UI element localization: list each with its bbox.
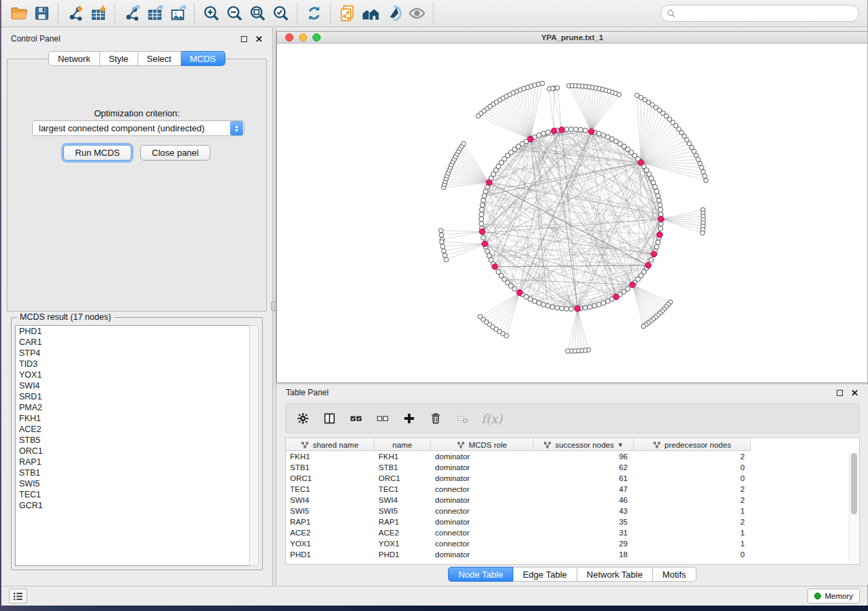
network-node[interactable]	[550, 305, 555, 310]
run-mcds-button[interactable]: Run MCDS	[63, 145, 131, 161]
network-node[interactable]	[704, 178, 709, 183]
mcds-result-list[interactable]: PHD1CAR1STP4TID3YOX1SWI4SRD1PMA2FKH1ACE2…	[15, 325, 251, 566]
settings-button[interactable]	[295, 411, 310, 426]
network-hub-node[interactable]	[479, 229, 485, 235]
mcds-result-item[interactable]: TID3	[16, 359, 250, 369]
cell-shared_name[interactable]: FKH1	[286, 452, 374, 461]
network-node[interactable]	[654, 189, 659, 194]
cell-shared_name[interactable]: PHD1	[286, 550, 374, 559]
network-node[interactable]	[555, 306, 560, 310]
cell-name[interactable]: RAP1	[374, 518, 431, 526]
table-row[interactable]: TEC1TEC1connector472	[286, 484, 859, 495]
network-node[interactable]	[438, 228, 443, 233]
open-file-button[interactable]	[7, 2, 30, 25]
network-node[interactable]	[481, 198, 485, 203]
cell-successors[interactable]: 47	[534, 485, 634, 493]
import-network-button[interactable]	[63, 2, 86, 25]
cell-predecessors[interactable]: 2	[634, 452, 751, 461]
tab-edge-table[interactable]: Edge Table	[513, 567, 577, 582]
network-node[interactable]	[578, 127, 583, 132]
float-table-panel-icon[interactable]	[837, 390, 843, 396]
zoom-fit-button[interactable]	[246, 2, 269, 25]
mcds-result-item[interactable]: STB5	[16, 435, 250, 446]
network-node[interactable]	[479, 221, 484, 226]
network-node[interactable]	[601, 301, 606, 306]
deselect-all-button[interactable]	[375, 411, 390, 426]
mcds-result-item[interactable]: YOX1	[16, 369, 250, 380]
network-node[interactable]	[569, 127, 574, 132]
cell-name[interactable]: ORC1	[374, 474, 431, 482]
network-node[interactable]	[540, 81, 545, 86]
cell-shared_name[interactable]: SWI4	[286, 496, 374, 504]
network-node[interactable]	[658, 203, 662, 208]
close-table-panel-icon[interactable]: ✕	[851, 390, 858, 396]
close-panel-button[interactable]: Close panel	[140, 145, 210, 161]
cell-successors[interactable]: 43	[534, 507, 634, 515]
network-hub-node[interactable]	[528, 136, 534, 142]
criterion-dropdown[interactable]: largest connected component (undirected)…	[32, 120, 244, 136]
cell-successors[interactable]: 62	[534, 463, 634, 472]
cell-name[interactable]: PHD1	[374, 550, 431, 559]
mcds-result-item[interactable]: FKH1	[16, 413, 250, 424]
mcds-result-item[interactable]: ACE2	[16, 424, 250, 435]
network-hub-node[interactable]	[638, 160, 644, 166]
tab-network-table[interactable]: Network Table	[577, 567, 653, 582]
cell-name[interactable]: FKH1	[374, 452, 431, 461]
network-node[interactable]	[588, 305, 592, 310]
tab-style[interactable]: Style	[100, 51, 138, 66]
network-node[interactable]	[617, 93, 622, 97]
network-node[interactable]	[654, 244, 659, 249]
cell-role[interactable]: dominator	[431, 518, 534, 526]
tab-select[interactable]: Select	[138, 51, 181, 66]
network-hub-node[interactable]	[645, 263, 652, 269]
cell-predecessors[interactable]: 0	[634, 550, 751, 559]
network-node[interactable]	[564, 306, 569, 311]
network-node[interactable]	[444, 257, 449, 262]
memory-button[interactable]: Memory	[807, 589, 860, 604]
network-node[interactable]	[479, 212, 484, 217]
cell-successors[interactable]: 46	[534, 496, 634, 504]
network-node[interactable]	[536, 133, 541, 137]
cell-predecessors[interactable]: 2	[634, 496, 751, 504]
cell-role[interactable]: connector	[431, 507, 534, 515]
network-node[interactable]	[478, 314, 483, 319]
network-hub-node[interactable]	[651, 251, 657, 257]
cell-predecessors[interactable]: 1	[634, 529, 751, 537]
network-node[interactable]	[496, 269, 501, 274]
network-hub-node[interactable]	[658, 216, 664, 222]
cell-role[interactable]: dominator	[431, 550, 534, 559]
cell-role[interactable]: connector	[431, 540, 534, 548]
show-hide-button[interactable]	[405, 2, 428, 25]
network-node[interactable]	[482, 193, 487, 198]
add-row-button[interactable]	[402, 411, 417, 426]
network-node[interactable]	[541, 131, 546, 136]
network-node[interactable]	[703, 174, 707, 179]
network-node[interactable]	[569, 307, 574, 312]
mcds-result-item[interactable]: SWI5	[16, 478, 250, 489]
cell-name[interactable]: ACE2	[374, 529, 431, 537]
mcds-result-item[interactable]: TEC1	[16, 489, 250, 500]
cell-role[interactable]: connector	[431, 485, 534, 493]
network-node[interactable]	[701, 169, 706, 174]
network-node[interactable]	[653, 184, 658, 189]
network-node[interactable]	[560, 306, 564, 311]
network-node[interactable]	[592, 303, 597, 308]
column-header-successor-nodes[interactable]: successor nodes▼	[534, 438, 634, 451]
refresh-view-button[interactable]	[302, 2, 325, 25]
cell-shared_name[interactable]: ACE2	[286, 529, 374, 537]
mcds-result-item[interactable]: SRD1	[16, 391, 250, 402]
table-row[interactable]: STB1STB1dominator620	[286, 462, 859, 473]
cell-role[interactable]: dominator	[431, 474, 534, 482]
cell-predecessors[interactable]: 2	[634, 485, 751, 493]
search-field[interactable]	[660, 5, 859, 22]
mcds-result-item[interactable]: CAR1	[16, 337, 250, 348]
network-node[interactable]	[479, 217, 484, 222]
cell-shared_name[interactable]: TEC1	[286, 485, 374, 493]
network-hub-node[interactable]	[559, 127, 565, 133]
cell-name[interactable]: STB1	[374, 463, 431, 472]
status-menu-button[interactable]	[9, 589, 27, 604]
network-node[interactable]	[541, 302, 546, 307]
network-node[interactable]	[440, 240, 445, 244]
cell-name[interactable]: SWI4	[374, 496, 431, 504]
network-node[interactable]	[596, 131, 601, 136]
